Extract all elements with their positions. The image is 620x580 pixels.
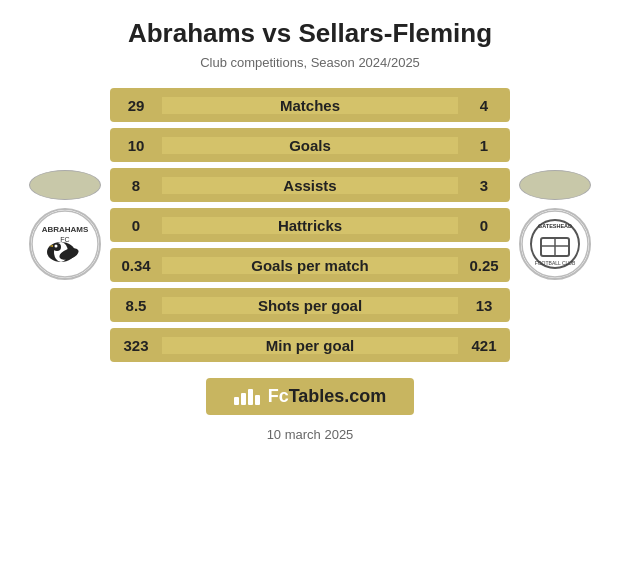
stat-value-left: 8 — [110, 177, 162, 194]
stat-value-right: 3 — [458, 177, 510, 194]
match-subtitle: Club competitions, Season 2024/2025 — [200, 55, 420, 70]
brand-name: FcTables.com — [268, 386, 387, 407]
stat-row: 323Min per goal421 — [110, 328, 510, 362]
stat-value-left: 29 — [110, 97, 162, 114]
svg-point-6 — [55, 245, 58, 248]
date-footer: 10 march 2025 — [267, 427, 354, 442]
stat-row: 0.34Goals per match0.25 — [110, 248, 510, 282]
stat-value-left: 323 — [110, 337, 162, 354]
stat-row: 8.5Shots per goal13 — [110, 288, 510, 322]
svg-text:GATESHEAD: GATESHEAD — [538, 223, 572, 229]
logo-right: GATESHEAD FOOTBALL CLUB — [510, 170, 600, 280]
stat-value-right: 421 — [458, 337, 510, 354]
brand-icon — [234, 389, 260, 405]
stat-value-right: 4 — [458, 97, 510, 114]
stat-label: Min per goal — [162, 337, 458, 354]
logo-left: ABRAHAMS FC — [20, 170, 110, 280]
brand-band: FcTables.com — [20, 378, 600, 415]
right-team-badge: GATESHEAD FOOTBALL CLUB — [519, 208, 591, 280]
left-team-badge: ABRAHAMS FC — [29, 208, 101, 280]
stat-label: Matches — [162, 97, 458, 114]
stat-row: 8Assists3 — [110, 168, 510, 202]
stats-area: 29Matches410Goals18Assists30Hattricks00.… — [110, 88, 510, 362]
right-team-oval-badge — [519, 170, 591, 200]
brand-box: FcTables.com — [206, 378, 415, 415]
left-team-oval-badge — [29, 170, 101, 200]
svg-text:FC: FC — [60, 236, 69, 243]
page: Abrahams vs Sellars-Fleming Club competi… — [0, 0, 620, 580]
stat-value-right: 0.25 — [458, 257, 510, 274]
stat-label: Hattricks — [162, 217, 458, 234]
svg-text:ABRAHAMS: ABRAHAMS — [42, 225, 89, 234]
stat-value-right: 1 — [458, 137, 510, 154]
stat-label: Goals — [162, 137, 458, 154]
stat-label: Assists — [162, 177, 458, 194]
stat-label: Goals per match — [162, 257, 458, 274]
svg-text:FOOTBALL CLUB: FOOTBALL CLUB — [535, 260, 576, 266]
stat-label: Shots per goal — [162, 297, 458, 314]
stat-value-left: 0.34 — [110, 257, 162, 274]
stat-row: 0Hattricks0 — [110, 208, 510, 242]
stat-value-right: 13 — [458, 297, 510, 314]
main-area: ABRAHAMS FC 29Matches410Goals18Assists30… — [20, 88, 600, 362]
match-title: Abrahams vs Sellars-Fleming — [128, 18, 492, 49]
stat-value-left: 0 — [110, 217, 162, 234]
stat-row: 29Matches4 — [110, 88, 510, 122]
stat-value-left: 10 — [110, 137, 162, 154]
stat-value-right: 0 — [458, 217, 510, 234]
stat-row: 10Goals1 — [110, 128, 510, 162]
stat-value-left: 8.5 — [110, 297, 162, 314]
